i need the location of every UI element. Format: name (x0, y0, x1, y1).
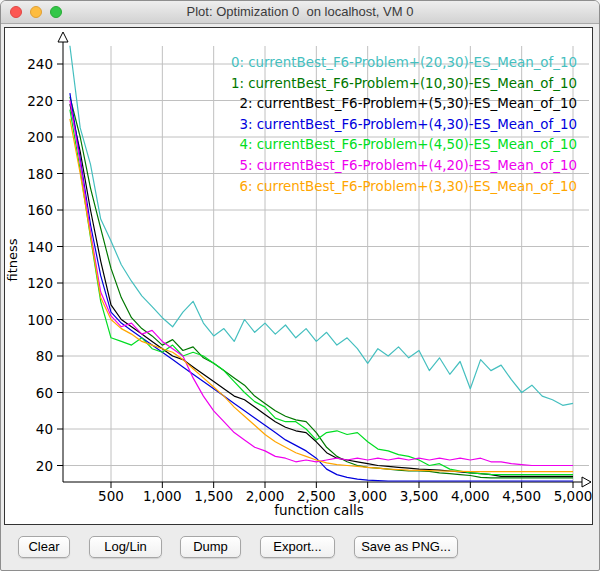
y-tick-label: 100 (27, 312, 53, 328)
y-axis-label: fitness (5, 238, 20, 281)
y-axis-arrow-icon (58, 32, 68, 42)
y-tick-label: 40 (36, 421, 53, 437)
x-tick-label: 1,500 (194, 488, 233, 504)
y-tick-label: 140 (27, 239, 53, 255)
export-button[interactable]: Export... (260, 536, 335, 558)
fitness-chart: 204060801001201401601802002202405001,000… (5, 28, 592, 524)
clear-button[interactable]: Clear (18, 536, 70, 558)
x-axis-label: function calls (274, 502, 364, 518)
plot-canvas[interactable]: 204060801001201401601802002202405001,000… (4, 27, 593, 525)
plot-window: Plot: Optimization 0 on localhost, VM 0 … (0, 0, 600, 571)
x-tick-label: 4,500 (502, 488, 541, 504)
x-axis-arrow-icon (582, 477, 591, 487)
y-tick-label: 120 (27, 275, 53, 291)
x-tick-label: 500 (98, 488, 124, 504)
window-title: Plot: Optimization 0 on localhost, VM 0 (1, 4, 599, 19)
x-tick-label: 1,000 (143, 488, 182, 504)
y-tick-label: 240 (27, 56, 53, 72)
title-bar[interactable]: Plot: Optimization 0 on localhost, VM 0 (1, 1, 599, 24)
x-tick-label: 4,000 (451, 488, 490, 504)
y-tick-label: 200 (27, 129, 53, 145)
y-tick-label: 220 (27, 93, 53, 109)
dump-button[interactable]: Dump (180, 536, 241, 558)
y-tick-label: 180 (27, 166, 53, 182)
y-tick-label: 20 (36, 458, 53, 474)
y-tick-label: 80 (36, 348, 53, 364)
series-line (70, 104, 573, 476)
y-tick-label: 160 (27, 202, 53, 218)
series-line (70, 93, 573, 481)
series-line (70, 46, 573, 406)
x-tick-label: 3,500 (400, 488, 439, 504)
series-line (70, 110, 573, 475)
series-line (70, 119, 573, 472)
save-as-png-button[interactable]: Save as PNG... (354, 536, 458, 558)
x-tick-label: 5,000 (554, 488, 592, 504)
log-lin-button[interactable]: Log/Lin (89, 536, 162, 558)
y-tick-label: 60 (36, 385, 53, 401)
series-line (70, 97, 573, 478)
